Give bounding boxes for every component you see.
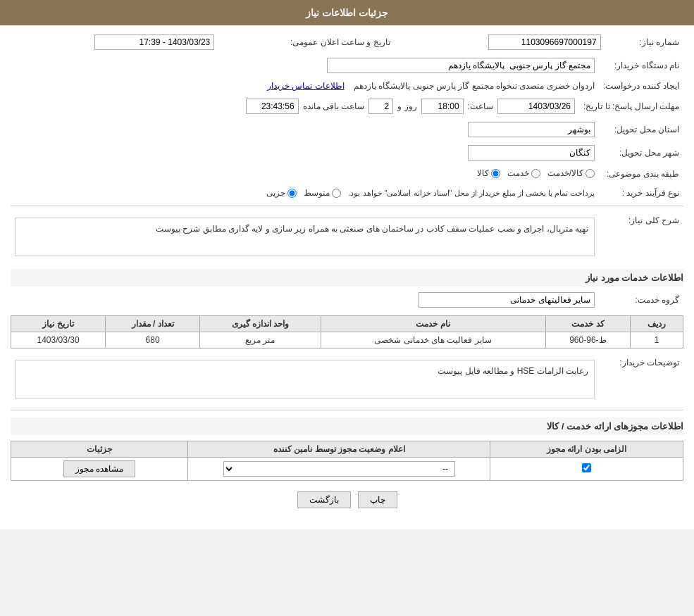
header-title: جزئیات اطلاعات نیاز [306,7,388,18]
reply-deadline-label: مهلت ارسال پاسخ: تا تاریخ: [579,96,683,116]
city-label: شهر محل تحویل: [599,143,683,163]
col-required: الزامی بودن ارائه مجوز [490,441,683,458]
page-header: جزئیات اطلاعات نیاز [0,0,694,25]
basic-info-table: شماره نیاز: تاریخ و ساعت اعلان عمومی: [11,32,683,52]
general-desc-label: شرح کلی نیاز: [599,212,683,262]
col-service-name: نام خدمت [321,316,545,332]
service-group-value [11,290,599,310]
buyer-notes-box: رعایت الزامات HSE و مطالعه فایل پیوست [15,360,595,398]
purchase-type-row: پرداخت تمام یا بخشی از مبلغ خریدار از مح… [11,186,599,201]
subject-options: کالا/خدمت خدمت کالا [11,166,599,182]
need-number-value [409,32,605,52]
buyer-org-input[interactable] [327,58,595,73]
reply-time-label: ساعت: [468,101,493,111]
col-details: جزئیات [11,441,188,458]
subject-radio-goods[interactable]: کالا [477,168,500,178]
province-value [11,120,599,139]
back-button[interactable]: بازگشت [297,491,351,508]
province-table: استان محل تحویل: [11,120,683,139]
col-supplier-status: اعلام وضعیت مجوز توسط نامین کننده [188,441,490,458]
license-status-cell: -- [188,458,490,481]
col-service-code: کد خدمت [545,316,631,332]
buyer-org-value [11,56,599,75]
license-required-cell [490,458,683,481]
cell-quantity: 680 [106,332,200,348]
requester-table: ایجاد کننده درخواست: اردوان خضری متصدی ت… [11,79,683,93]
view-license-button[interactable]: مشاهده مجوز [63,460,135,477]
cell-service-name: سایر فعالیت های خدماتی شخصی [321,332,545,348]
general-desc-content: تهیه مترپال، اجرای و نصب عملیات سقف کاذب… [11,212,599,262]
services-section-title: اطلاعات خدمات مورد نیاز [11,269,683,287]
license-required-checkbox[interactable] [582,463,591,472]
requester-text: اردوان خضری متصدی تنخواه مجتمع گاز پارس … [354,81,595,91]
reply-deadline-row: ساعت: روز و ساعت باقی مانده [11,96,579,116]
subject-radio-service[interactable]: خدمت [507,168,540,178]
reply-date-input[interactable] [497,99,575,114]
purchase-type-medium[interactable]: متوسط [304,188,341,198]
reply-days-input[interactable] [368,99,393,114]
print-button[interactable]: چاپ [358,491,397,508]
col-need-date: تاریخ نیاز [11,316,106,332]
service-group-input[interactable] [419,292,595,308]
requester-label: ایجاد کننده درخواست: [599,79,683,93]
separator-2 [11,410,683,410]
need-number-input[interactable] [488,34,601,50]
service-group-label: گروه خدمت: [599,290,683,310]
buyer-notes-content: رعایت الزامات HSE و مطالعه فایل پیوست [11,354,599,404]
subject-table: طبقه بندی موضوعی: کالا/خدمت خدمت کالا [11,166,683,182]
buyer-org-table: نام دستگاه خریدار: [11,56,683,75]
announce-date-label: تاریخ و ساعت اعلان عمومی: [218,32,394,52]
button-row: چاپ بازگشت [11,491,683,508]
cell-need-date: 1403/03/30 [11,332,106,348]
purchase-type-label: نوع فرآیند خرید : [599,186,683,201]
subject-label: طبقه بندی موضوعی: [599,166,683,182]
license-status-select[interactable]: -- [223,461,456,477]
services-table: ردیف کد خدمت نام خدمت واحد اندازه گیری ت… [11,315,683,348]
reply-days-label: روز و [397,101,416,111]
subject-radio-goods-service[interactable]: کالا/خدمت [547,168,595,178]
contact-info-link[interactable]: اطلاعات تماس خریدار [267,81,345,91]
general-desc-text: تهیه مترپال، اجرای و نصب عملیات سقف کاذب… [156,224,588,234]
reply-countdown-label: ساعت باقی مانده [303,101,365,111]
buyer-notes-table: توضیحات خریدار: رعایت الزامات HSE و مطال… [11,354,683,404]
col-unit: واحد اندازه گیری [200,316,321,332]
requester-value: اردوان خضری متصدی تنخواه مجتمع گاز پارس … [11,79,599,93]
purchase-type-minor[interactable]: جزیی [266,188,297,198]
license-table: الزامی بودن ارائه مجوز اعلام وضعیت مجوز … [11,441,683,481]
license-section-title: اطلاعات مجوزهای ارائه خدمت / کالا [11,417,683,435]
announce-date-input[interactable] [94,34,214,50]
page-wrapper: جزئیات اطلاعات نیاز شماره نیاز: تاریخ و … [0,0,694,529]
cell-row-num: 1 [631,332,683,348]
buyer-notes-text: رعایت الزامات HSE و مطالعه فایل پیوست [438,366,588,376]
cell-unit: متر مربع [200,332,321,348]
buyer-notes-label: توضیحات خریدار: [599,354,683,404]
purchase-type-table: نوع فرآیند خرید : پرداخت تمام یا بخشی از… [11,186,683,201]
city-input[interactable] [468,145,595,161]
service-group-table: گروه خدمت: [11,290,683,310]
license-details-cell: مشاهده مجوز [11,458,188,481]
general-desc-table: شرح کلی نیاز: تهیه مترپال، اجرای و نصب ع… [11,212,683,262]
general-desc-box: تهیه مترپال، اجرای و نصب عملیات سقف کاذب… [15,218,595,256]
province-label: استان محل تحویل: [599,120,683,139]
main-content: شماره نیاز: تاریخ و ساعت اعلان عمومی: نا… [0,25,694,515]
province-input[interactable] [468,122,595,137]
city-value [11,143,599,163]
license-row: -- مشاهده مجوز [11,458,683,481]
purchase-type-note: پرداخت تمام یا بخشی از مبلغ خریدار از مح… [348,189,595,198]
reply-countdown-input[interactable] [246,99,299,114]
cell-service-code: ط-96-960 [545,332,631,348]
need-number-label: شماره نیاز: [605,32,683,52]
col-row-num: ردیف [631,316,683,332]
announce-date-value [11,32,218,52]
reply-deadline-table: مهلت ارسال پاسخ: تا تاریخ: ساعت: روز و س… [11,96,683,116]
separator-1 [11,206,683,206]
service-row: 1 ط-96-960 سایر فعالیت های خدماتی شخصی م… [11,332,683,348]
city-table: شهر محل تحویل: [11,143,683,163]
reply-time-input[interactable] [421,99,464,114]
col-quantity: تعداد / مقدار [106,316,200,332]
buyer-org-label: نام دستگاه خریدار: [599,56,683,75]
